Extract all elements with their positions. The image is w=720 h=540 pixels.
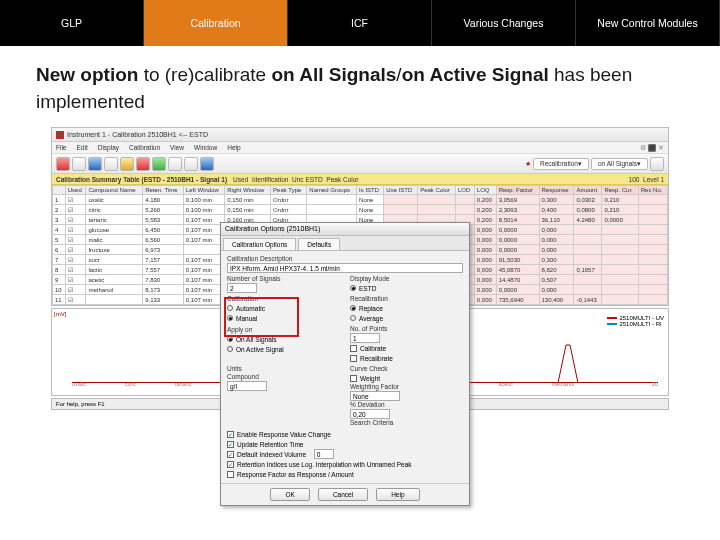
menu-view[interactable]: View bbox=[170, 144, 184, 151]
toolbar-btn[interactable] bbox=[120, 157, 134, 171]
app-icon bbox=[56, 131, 64, 139]
toolbar-btn[interactable] bbox=[650, 157, 664, 171]
recal-replace-radio[interactable]: Replace bbox=[350, 303, 463, 313]
ok-button[interactable]: OK bbox=[270, 488, 309, 501]
dlg-tab-options[interactable]: Calibration Options bbox=[223, 238, 296, 250]
numsig-input[interactable]: 2 bbox=[227, 283, 257, 293]
toolbar-btn[interactable] bbox=[200, 157, 214, 171]
dlg-tab-defaults[interactable]: Defaults bbox=[298, 238, 340, 250]
desc-label: Calibration Description bbox=[227, 255, 463, 262]
chart-legend: 2510MULTI - UV 2510MULTI - RI bbox=[607, 315, 664, 327]
summary-bar: Calibration Summary Table (ESTD - 2510BH… bbox=[52, 174, 668, 185]
menu-help[interactable]: Help bbox=[227, 144, 240, 151]
numpts-label: No. of Points bbox=[350, 325, 463, 332]
titlebar: Instrument 1 - Calibration 2510BH1 <-- E… bbox=[52, 128, 668, 142]
toolbar-btn[interactable] bbox=[104, 157, 118, 171]
toolbar-btn[interactable] bbox=[56, 157, 70, 171]
top-tabs: GLP Calibration ICF Various Changes New … bbox=[0, 0, 720, 46]
desc-input[interactable]: IPX Hform. Amid HPX37-4. 1.5 ml/min bbox=[227, 263, 463, 273]
toolbar-btn[interactable] bbox=[184, 157, 198, 171]
menu-display[interactable]: Display bbox=[98, 144, 119, 151]
menu-calibration[interactable]: Calibration bbox=[129, 144, 160, 151]
headline: New option to (re)calibrate on All Signa… bbox=[0, 46, 720, 123]
toolbar-btn[interactable] bbox=[72, 157, 86, 171]
tab-calibration[interactable]: Calibration bbox=[144, 0, 288, 46]
menu-edit[interactable]: Edit bbox=[76, 144, 87, 151]
chk-resp-factor[interactable]: Response Factor as Response / Amount bbox=[227, 469, 463, 479]
menu-window[interactable]: Window bbox=[194, 144, 217, 151]
dialog-title: Calibration Options (2510BH1) bbox=[221, 223, 469, 236]
calibration-options-dialog: Calibration Options (2510BH1) Calibratio… bbox=[220, 222, 470, 506]
window-title: Instrument 1 - Calibration 2510BH1 <-- E… bbox=[67, 131, 208, 138]
display-estd-radio[interactable]: ESTD bbox=[350, 283, 463, 293]
y-axis-label: [mV] bbox=[54, 311, 66, 317]
recal-label: Recalibration bbox=[350, 295, 463, 302]
chk-enable-response[interactable]: ✓Enable Response Value Change bbox=[227, 429, 463, 439]
toolbar-btn[interactable] bbox=[136, 157, 150, 171]
toolbar-btn[interactable] bbox=[168, 157, 182, 171]
menu-file[interactable]: File bbox=[56, 144, 66, 151]
numsig-label: Number of Signals bbox=[227, 275, 340, 282]
numpts-input[interactable]: 1 bbox=[350, 333, 380, 343]
dialog-tabs: Calibration Options Defaults bbox=[221, 236, 469, 251]
chk-default-vol[interactable]: ✓Default Indexed Volume 0 bbox=[227, 449, 463, 459]
toolbar: ★ Recalibration ▾ on All Signals ▾ bbox=[52, 154, 668, 174]
apply-active-radio[interactable]: On Active Signal bbox=[227, 344, 340, 354]
chk-ret-indices[interactable]: ✓Retention Indices use Log. Interpolatio… bbox=[227, 459, 463, 469]
menubar: File Edit Display Calibration View Windo… bbox=[52, 142, 668, 154]
toolbar-btn[interactable] bbox=[152, 157, 166, 171]
tab-glp[interactable]: GLP bbox=[0, 0, 144, 46]
toolbar-btn[interactable] bbox=[88, 157, 102, 171]
all-signals-dropdown[interactable]: on All Signals ▾ bbox=[591, 158, 648, 170]
cancel-button[interactable]: Cancel bbox=[318, 488, 368, 501]
help-button[interactable]: Help bbox=[376, 488, 419, 501]
highlight-applyon bbox=[224, 297, 299, 337]
compound-input[interactable]: g/l bbox=[227, 381, 267, 391]
recal-average-radio[interactable]: Average bbox=[350, 313, 463, 323]
display-label: Display Mode bbox=[350, 275, 463, 282]
tab-various-changes[interactable]: Various Changes bbox=[432, 0, 576, 46]
recal-dropdown[interactable]: Recalibration ▾ bbox=[533, 158, 589, 170]
tab-new-control-modules[interactable]: New Control Modules bbox=[576, 0, 720, 46]
tab-icf[interactable]: ICF bbox=[288, 0, 432, 46]
chk-update-rt[interactable]: ✓Update Retention Time bbox=[227, 439, 463, 449]
